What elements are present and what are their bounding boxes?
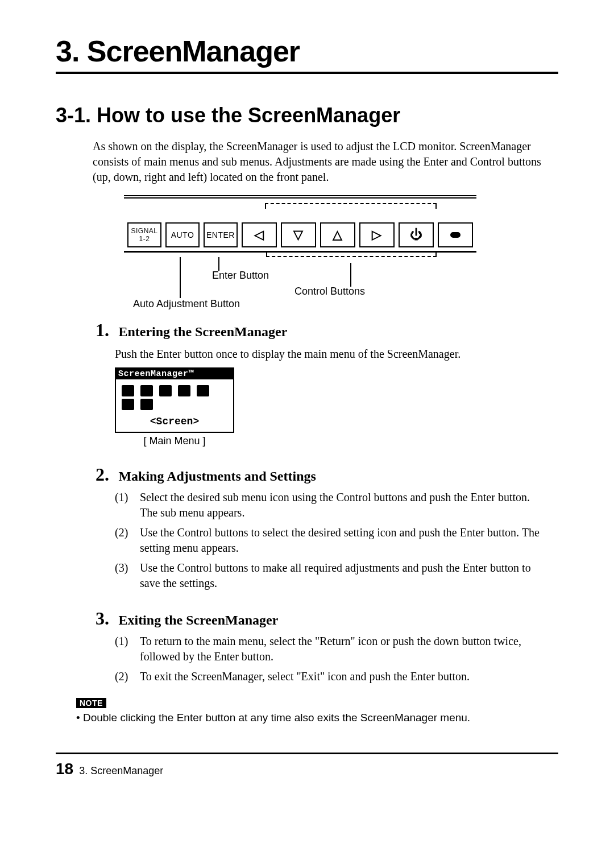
osd-menu-icon	[159, 385, 172, 396]
substep-number: (3)	[115, 560, 140, 591]
arrow-right-button: ▷	[359, 222, 395, 247]
osd-main-menu-figure: ScreenManager™ <Screen> [ Main Menu ]	[115, 367, 558, 447]
page-footer: 18 3. ScreenManager	[56, 753, 558, 778]
step-title: Entering the ScreenManager	[118, 324, 287, 339]
chapter-title: 3. ScreenManager	[56, 34, 558, 74]
substep-number: (1)	[115, 634, 140, 664]
substep-number: (2)	[115, 669, 140, 684]
arrow-left-button: ◁	[242, 222, 277, 247]
substep-text: To return to the main menu, select the "…	[140, 634, 547, 664]
step-title: Making Adjustments and Settings	[118, 469, 316, 483]
power-led-icon	[438, 222, 473, 247]
signal-sub-label: 1-2	[139, 235, 150, 242]
substep: (1)Select the desired sub menu icon usin…	[115, 490, 547, 520]
osd-selected-item: <Screen>	[116, 414, 233, 432]
note-text: Double clicking the Enter button at any …	[76, 712, 558, 724]
substep: (2)Use the Control buttons to select the…	[115, 525, 547, 556]
step-2-substeps: (1)Select the desired sub menu icon usin…	[115, 490, 547, 591]
enter-button: ENTER	[204, 222, 238, 247]
osd-menu-icon	[197, 385, 209, 396]
osd-menu-icon	[178, 385, 190, 396]
note-block: NOTE Double clicking the Enter button at…	[76, 698, 558, 724]
intro-paragraph: As shown on the display, the ScreenManag…	[93, 139, 548, 185]
control-buttons-bracket-icon	[265, 203, 437, 209]
osd-menu-icon	[122, 385, 134, 396]
osd-menu-icon	[140, 385, 153, 396]
osd-caption: [ Main Menu ]	[115, 435, 234, 447]
substep-text: Select the desired sub menu icon using t…	[140, 490, 547, 520]
footer-chapter: 3. ScreenManager	[79, 765, 163, 777]
osd-title: ScreenManager™	[116, 369, 233, 379]
osd-menu-icon	[140, 399, 153, 410]
power-button: ⏻	[399, 222, 434, 247]
substep-number: (2)	[115, 525, 140, 556]
step-number: 3.	[96, 608, 116, 629]
step-number: 1.	[96, 320, 116, 341]
substep-number: (1)	[115, 490, 140, 520]
osd-menu-icon	[122, 399, 134, 410]
arrow-up-button: △	[320, 222, 355, 247]
substep-text: To exit the ScreenManager, select "Exit"…	[140, 669, 470, 684]
note-label: NOTE	[76, 698, 106, 708]
step-3: 3. Exiting the ScreenManager	[96, 608, 558, 629]
signal-label: SIGNAL	[131, 228, 157, 234]
auto-button: AUTO	[165, 222, 200, 247]
substep: (1)To return to the main menu, select th…	[115, 634, 547, 664]
page-number: 18	[56, 760, 73, 778]
substep-text: Use the Control buttons to select the de…	[140, 525, 547, 556]
arrow-down-button: ▽	[281, 222, 316, 247]
control-buttons-caption: Control Buttons	[294, 286, 365, 297]
front-panel-figure: SIGNAL 1-2 AUTO ENTER ◁ ▽ △ ▷ ⏻ Enter Bu…	[124, 195, 476, 303]
enter-button-caption: Enter Button	[212, 270, 269, 282]
step-1: 1. Entering the ScreenManager	[96, 320, 558, 341]
step-2: 2. Making Adjustments and Settings	[96, 464, 558, 485]
signal-button: SIGNAL 1-2	[127, 222, 161, 247]
step-3-substeps: (1)To return to the main menu, select th…	[115, 634, 547, 684]
substep: (2)To exit the ScreenManager, select "Ex…	[115, 669, 547, 684]
control-buttons-bracket-bottom-icon	[266, 251, 437, 257]
substep-text: Use the Control buttons to make all requ…	[140, 560, 547, 591]
step-title: Exiting the ScreenManager	[118, 613, 278, 627]
auto-adjustment-caption: Auto Adjustment Button	[133, 298, 240, 310]
section-title: 3-1. How to use the ScreenManager	[56, 104, 558, 127]
step-1-body: Push the Enter button once to display th…	[115, 346, 547, 362]
step-number: 2.	[96, 464, 116, 485]
substep: (3)Use the Control buttons to make all r…	[115, 560, 547, 591]
